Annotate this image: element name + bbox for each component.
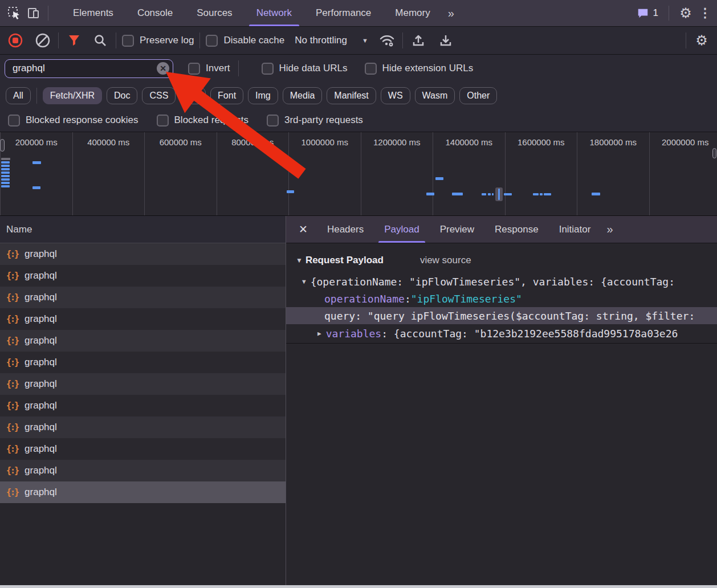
tab-performance[interactable]: Performance <box>304 0 383 26</box>
third-party-requests-checkbox[interactable] <box>267 115 279 126</box>
blocked-response-cookies-label: Blocked response cookies <box>26 115 138 126</box>
clear-network-log-button[interactable] <box>33 31 52 50</box>
preserve-log-checkbox[interactable] <box>122 35 134 47</box>
device-toolbar-icon <box>27 6 40 20</box>
divider <box>669 6 669 21</box>
tab-network[interactable]: Network <box>245 0 304 26</box>
blocked-requests-checkbox[interactable] <box>157 115 169 126</box>
details-tab-preview[interactable]: Preview <box>430 216 484 243</box>
filter-chip-other[interactable]: Other <box>459 87 497 104</box>
table-row[interactable]: {:}graphql <box>0 265 286 287</box>
timeline-column: 600000 ms <box>145 132 217 215</box>
table-row[interactable]: {:}graphql <box>0 438 286 460</box>
timeline-column: 200000 ms <box>1 132 73 215</box>
tab-sources[interactable]: Sources <box>185 0 244 26</box>
tab-console[interactable]: Console <box>125 0 185 26</box>
filter-chip-font[interactable]: Font <box>210 87 243 104</box>
table-row[interactable]: {:}graphql <box>0 308 286 330</box>
settings-button[interactable]: ⚙ <box>676 3 695 23</box>
inspect-element-button[interactable] <box>5 3 24 23</box>
filter-toggle-button[interactable] <box>64 31 84 50</box>
request-name: graphql <box>25 335 57 346</box>
waterfall-bar <box>540 193 543 195</box>
throttling-value: No throttling <box>295 35 347 46</box>
filter-input[interactable] <box>5 59 173 78</box>
network-conditions-button[interactable] <box>377 31 397 50</box>
hide-extension-urls-label: Hide extension URLs <box>382 63 474 74</box>
close-details-button[interactable]: ✕ <box>286 223 317 236</box>
details-tab-bar: ✕ HeadersPayloadPreviewResponseInitiator… <box>286 216 717 243</box>
table-row[interactable]: {:}graphql <box>0 330 286 352</box>
invert-checkbox[interactable] <box>188 63 200 75</box>
filter-chip-all[interactable]: All <box>6 87 31 104</box>
details-tab-headers[interactable]: Headers <box>317 216 374 243</box>
filter-chip-manifest[interactable]: Manifest <box>327 87 376 104</box>
import-har-button[interactable] <box>409 31 428 50</box>
details-tab-initiator[interactable]: Initiator <box>549 216 601 243</box>
json-braces-icon: {:} <box>6 314 18 324</box>
timeline-column: 1200000 ms <box>361 132 434 215</box>
main-menu-button[interactable]: ⋮ <box>698 3 712 23</box>
name-column-header[interactable]: Name <box>0 216 286 243</box>
more-details-tabs-button[interactable]: » <box>601 223 617 236</box>
export-har-button[interactable] <box>436 31 455 50</box>
filter-chip-css[interactable]: CSS <box>142 87 176 104</box>
device-toolbar-button[interactable] <box>24 3 43 23</box>
network-overview-timeline[interactable]: 200000 ms400000 ms600000 ms800000 ms1000… <box>0 132 717 216</box>
search-button[interactable] <box>91 31 110 50</box>
more-tabs-button[interactable]: » <box>442 7 459 20</box>
issues-count: 1 <box>653 7 658 19</box>
hide-data-urls-checkbox[interactable] <box>262 63 274 75</box>
record-network-log-button[interactable] <box>6 31 25 50</box>
table-row[interactable]: {:}graphql <box>0 287 286 308</box>
request-payload-title: Request Payload <box>305 255 384 266</box>
blocked-response-cookies-checkbox[interactable] <box>8 115 20 126</box>
table-row[interactable]: {:}graphql <box>0 481 286 503</box>
request-details-panel: ✕ HeadersPayloadPreviewResponseInitiator… <box>286 216 717 585</box>
wifi-gear-icon <box>379 33 395 48</box>
filter-chip-img[interactable]: Img <box>248 87 278 104</box>
table-row[interactable]: {:}graphql <box>0 373 286 395</box>
payload-operation-name-line[interactable]: operationName: "ipFlowTimeseries" <box>286 290 717 307</box>
table-row[interactable]: {:}graphql <box>0 243 286 265</box>
filter-chip-ws[interactable]: WS <box>381 87 410 104</box>
blocked-requests-group: Blocked requests <box>157 115 248 126</box>
table-row[interactable]: {:}graphql <box>0 416 286 438</box>
clear-filter-button[interactable]: ✕ <box>157 62 169 75</box>
request-name: graphql <box>25 400 57 411</box>
table-row[interactable]: {:}graphql <box>0 352 286 373</box>
table-row[interactable]: {:}graphql <box>0 395 286 416</box>
filter-box: ✕ <box>5 59 173 78</box>
table-row[interactable]: {:}graphql <box>0 460 286 481</box>
clear-icon <box>35 33 50 48</box>
network-panel-body: Name {:}graphql{:}graphql{:}graphql{:}gr… <box>0 216 717 585</box>
request-name: graphql <box>25 248 57 260</box>
payload-summary-line[interactable]: ▼ {operationName: "ipFlowTimeseries", va… <box>286 273 717 290</box>
payload-variables-line[interactable]: ▶ variables: {accountTag: "b12e3b2192ee5… <box>286 324 717 344</box>
details-tab-response[interactable]: Response <box>484 216 549 243</box>
json-separator: : <box>405 293 411 305</box>
timeline-column: 400000 ms <box>73 132 145 215</box>
waterfall-bar <box>32 186 40 189</box>
request-payload-section[interactable]: ▼ Request Payload view source <box>286 251 717 270</box>
json-braces-icon: {:} <box>6 292 18 303</box>
filter-chip-media[interactable]: Media <box>283 87 323 104</box>
network-settings-button[interactable]: ⚙ <box>692 31 711 50</box>
details-tab-payload[interactable]: Payload <box>374 216 429 243</box>
filter-chip-js[interactable]: JS <box>180 87 206 104</box>
filter-chip-doc[interactable]: Doc <box>107 87 137 104</box>
view-source-link[interactable]: view source <box>420 255 471 266</box>
tab-memory[interactable]: Memory <box>383 0 442 26</box>
hide-data-urls-group: Hide data URLs <box>262 63 348 75</box>
throttling-select[interactable]: No throttling ▼ <box>295 35 368 46</box>
hide-extension-urls-checkbox[interactable] <box>365 63 377 75</box>
tab-elements[interactable]: Elements <box>61 0 125 26</box>
timeline-scroll-handle <box>0 139 5 152</box>
filter-chip-wasm[interactable]: Wasm <box>415 87 455 104</box>
filter-chip-fetch-xhr[interactable]: Fetch/XHR <box>43 87 102 104</box>
request-name: graphql <box>25 313 57 325</box>
timeline-column: 800000 ms <box>217 132 290 215</box>
payload-query-line-selected[interactable]: query: "query ipFlowTimeseries($accountT… <box>286 307 717 324</box>
issues-button[interactable] <box>635 3 651 23</box>
disable-cache-checkbox[interactable] <box>206 35 218 47</box>
